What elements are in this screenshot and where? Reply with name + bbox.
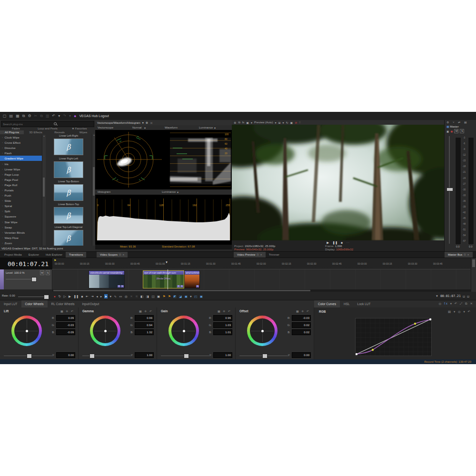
toolbar-icon[interactable]: ✂ [34, 114, 38, 119]
chevron-down-icon[interactable]: ▾ [177, 190, 178, 194]
green-value-field[interactable]: 0.02 [292, 322, 311, 328]
luma-slider-handle[interactable] [89, 354, 95, 358]
preview-toolbar-icon[interactable]: ⊞ [278, 121, 280, 124]
green-value-field[interactable]: -0.03 [56, 322, 75, 328]
blue-value-field[interactable]: 1.32 [135, 329, 154, 335]
pin-icon[interactable]: ⊡ [463, 295, 465, 298]
toolbar-icon[interactable]: ▤ [10, 114, 13, 119]
curves-tab[interactable]: Lock LUT [354, 300, 375, 307]
snapshot-icon[interactable]: ▣ [150, 121, 153, 124]
transport-button[interactable]: ■ [81, 294, 84, 298]
curve-endpoint[interactable] [429, 318, 431, 320]
chevron-down-icon[interactable]: ▾ [275, 121, 276, 124]
luma-slider[interactable] [4, 354, 53, 357]
luma-slider-handle[interactable] [262, 354, 268, 358]
chevron-down-icon[interactable]: ▾ [214, 126, 216, 129]
blue-value-field[interactable]: -0.09 [56, 329, 75, 335]
toolbar-icon[interactable]: ▢ [3, 114, 7, 119]
curve-control-point[interactable] [372, 349, 374, 351]
curves-tab[interactable]: Color Curves [314, 300, 340, 307]
record-arm-button[interactable]: ◉ [450, 129, 453, 133]
plugin-list-item[interactable]: ○Venetian Blinds [0, 230, 42, 235]
preset-thumbnail[interactable]: β [54, 184, 83, 201]
transport-button[interactable]: ◫ [151, 294, 155, 298]
solo-button[interactable]: S [460, 129, 464, 133]
rgb-curve-graph[interactable] [355, 318, 432, 356]
clip-generic-icon[interactable]: ⊞ [177, 285, 180, 288]
plugin-list-item[interactable]: ○Clock Wipe [0, 135, 42, 140]
scope-layout-select[interactable]: Vectorscope/Waveform/Histogram [97, 121, 140, 124]
wheel-header-icons[interactable]: ▦ ✛ ↶ [296, 309, 310, 313]
transport-button[interactable]: ▷ [63, 294, 66, 298]
timeline-vertical-scrollbar[interactable] [471, 258, 476, 292]
transport-button[interactable]: ▣ [199, 294, 203, 298]
plugin-list-item[interactable]: ○Gradient Wipe [0, 156, 42, 161]
plugin-list-item[interactable]: ○Iris [0, 161, 42, 166]
mute-button[interactable]: M [454, 129, 458, 133]
curves-panel-icons[interactable]: ◎ fx ▾ ↶ ⤢ ⧉ ✕ [438, 302, 474, 306]
preset-item[interactable]: Linear Right-Left β [46, 157, 91, 178]
luma-slider[interactable] [161, 354, 210, 357]
plugin-tab[interactable]: 3D Effects [24, 130, 48, 134]
plugin-list-item[interactable]: ○Portals [0, 188, 42, 193]
wheel-header-icons[interactable]: ▦ ✛ ↶ [60, 309, 74, 313]
transport-button[interactable]: ❚❚ [73, 294, 79, 298]
luma-slider[interactable] [239, 354, 288, 357]
pause-button[interactable]: ❚❚ [332, 241, 337, 245]
preview-toolbar-icon[interactable]: ▾ [251, 121, 252, 124]
plugin-list-item[interactable]: ○Zoom [0, 240, 42, 246]
transport-button[interactable]: ⇤ [85, 294, 89, 298]
rate-slider[interactable] [18, 297, 44, 297]
transport-button[interactable]: ⚑ [162, 294, 166, 298]
transport-button[interactable]: ◂ [96, 294, 98, 298]
transport-button[interactable]: ▸ [100, 294, 102, 298]
track-solo-button[interactable]: S [46, 270, 50, 275]
preview-toolbar-icon[interactable]: ▣ [290, 121, 293, 124]
curve-control-point[interactable] [414, 323, 416, 325]
transport-button[interactable]: ⇥ [90, 294, 94, 298]
color-tab[interactable]: Input/Output [78, 300, 103, 307]
luma-value-field[interactable]: 0.00 [56, 352, 75, 358]
waveform-mode-select[interactable]: Luminance [199, 126, 213, 129]
red-value-field[interactable]: -0.03 [292, 315, 311, 321]
stop-button[interactable]: ■ [341, 241, 343, 244]
plugin-list-item[interactable]: ○Swap [0, 225, 42, 230]
track-level-slider[interactable] [6, 279, 35, 279]
toolbar-icon[interactable]: ▾ [58, 114, 60, 119]
transport-button[interactable]: ∿ [113, 294, 117, 298]
preview-toolbar-icon[interactable]: ⊘ [295, 121, 297, 124]
plugin-list-item[interactable]: ○Star Wipe [0, 219, 42, 225]
toolbar-icon[interactable]: ↶ [52, 114, 56, 119]
luma-value-field[interactable]: 1.00 [135, 352, 154, 358]
green-value-field[interactable]: 0.94 [135, 322, 154, 328]
color-wheel[interactable] [247, 316, 278, 346]
toolbar-icon[interactable]: ▾ [69, 114, 71, 119]
rgb-curve-icons[interactable]: ▤ ▾ ◎ ▾ ↶ [448, 310, 471, 314]
plugin-list-item[interactable]: ○Split [0, 208, 42, 214]
toolbar-icon[interactable]: ↷ [63, 114, 66, 119]
red-value-field[interactable]: 0.99 [135, 315, 154, 321]
chevron-down-icon[interactable]: ▼ [436, 295, 438, 298]
wheel-header-icons[interactable]: ▦ ✛ ↶ [218, 309, 231, 313]
chevron-down-icon[interactable]: ▾ [142, 121, 144, 124]
plugin-tab[interactable]: Loop and Peels [32, 127, 64, 130]
preview-toolbar-icon[interactable]: ⚙ [234, 121, 236, 124]
plugin-list-scrollbar[interactable]: ▴ [42, 135, 46, 246]
plugin-tab[interactable]: All Plug-ins [0, 130, 24, 134]
plugin-list-item[interactable]: ○Spiral [0, 203, 42, 208]
transport-button[interactable]: ➤ [104, 294, 108, 298]
timeline-horizontal-scrollbar[interactable] [52, 289, 471, 292]
plugin-list-item[interactable]: ○Warp Flow [0, 235, 42, 240]
luma-slider[interactable] [82, 354, 131, 357]
curve-endpoint[interactable] [356, 353, 357, 355]
chevron-down-icon[interactable]: ▾ [144, 126, 146, 129]
marker-flag-icon[interactable]: ⚑ [54, 258, 56, 262]
preview-toolbar-icon[interactable]: ↻ [286, 121, 288, 124]
plugin-list-item[interactable]: ○Page Roll [0, 182, 42, 188]
wheel-position-dot[interactable] [26, 330, 28, 332]
transport-button[interactable]: ◰ [194, 294, 198, 298]
master-fader-handle[interactable] [446, 188, 453, 191]
timeline-clip[interactable]: wind-turbines-in fx [184, 270, 200, 288]
plugin-list-item[interactable]: ○Linear Wipe [0, 167, 42, 172]
plugin-list-item[interactable]: ○Squeeze [0, 214, 42, 219]
